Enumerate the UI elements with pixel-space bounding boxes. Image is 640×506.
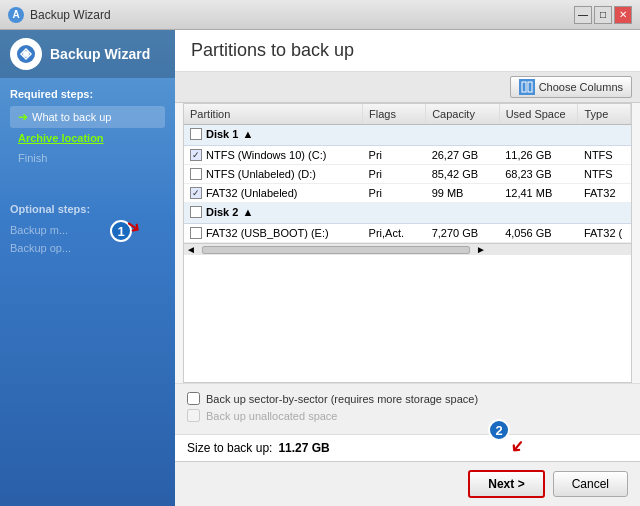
- partition-type-1: NTFS: [578, 165, 631, 184]
- d2partition-type-0: FAT32 (: [578, 224, 631, 243]
- partition-capacity-1: 85,42 GB: [426, 165, 500, 184]
- unallocated-label: Back up unallocated space: [206, 410, 337, 422]
- cancel-button[interactable]: Cancel: [553, 471, 628, 497]
- bottom-bar: Next > Cancel: [175, 461, 640, 506]
- partition-type-2: FAT32: [578, 184, 631, 203]
- d2partition-name-0: FAT32 (USB_BOOT) (E:): [206, 227, 329, 239]
- columns-icon: [519, 79, 535, 95]
- col-flags: Flags: [363, 104, 426, 125]
- disk2-label: Disk 2: [206, 206, 238, 218]
- sidebar-item-label: What to back up: [32, 111, 112, 123]
- sector-by-sector-checkbox[interactable]: [187, 392, 200, 405]
- window-title: Backup Wizard: [30, 8, 111, 22]
- partition-capacity-0: 26,27 GB: [426, 146, 500, 165]
- table-row: FAT32 (USB_BOOT) (E:) Pri,Act. 7,270 GB …: [184, 224, 631, 243]
- partition-flags-2: Pri: [363, 184, 426, 203]
- required-steps-label: Required steps:: [10, 88, 165, 100]
- col-partition: Partition: [184, 104, 363, 125]
- next-button[interactable]: Next >: [468, 470, 544, 498]
- content-area: Partitions to back up Choose Columns Par…: [175, 30, 640, 506]
- partition-flags-0: Pri: [363, 146, 426, 165]
- col-capacity: Capacity: [426, 104, 500, 125]
- d2partition-flags-0: Pri,Act.: [363, 224, 426, 243]
- partition-type-0: NTFS: [578, 146, 631, 165]
- arrow-icon: ➔: [18, 110, 28, 124]
- table-row: NTFS (Unlabeled) (D:) Pri 85,42 GB 68,23…: [184, 165, 631, 184]
- partition-used-2: 12,41 MB: [499, 184, 578, 203]
- sidebar-item-what-to-back-up[interactable]: ➔ What to back up: [10, 106, 165, 128]
- status-bar: Size to back up: 11.27 GB: [175, 434, 640, 461]
- partition-capacity-2: 99 MB: [426, 184, 500, 203]
- app-title: Backup Wizard: [50, 46, 150, 62]
- content-header: Partitions to back up: [175, 30, 640, 72]
- partition-used-1: 68,23 GB: [499, 165, 578, 184]
- table-row: ✓ FAT32 (Unlabeled) Pri 99 MB 12,41 MB F…: [184, 184, 631, 203]
- toolbar: Choose Columns: [175, 72, 640, 103]
- d2partition-capacity-0: 7,270 GB: [426, 224, 500, 243]
- close-button[interactable]: ✕: [614, 6, 632, 24]
- partition-cb-2[interactable]: ✓: [190, 187, 202, 199]
- badge-2: 2: [488, 419, 510, 441]
- unallocated-option: Back up unallocated space: [187, 409, 628, 422]
- d2partition-cb-0[interactable]: [190, 227, 202, 239]
- disk1-checkbox[interactable]: [190, 128, 202, 140]
- partition-cb-0[interactable]: ✓: [190, 149, 202, 161]
- options-area: Back up sector-by-sector (requires more …: [175, 383, 640, 434]
- choose-columns-label: Choose Columns: [539, 81, 623, 93]
- svg-point-1: [23, 51, 29, 57]
- title-bar: A Backup Wizard — □ ✕: [0, 0, 640, 30]
- table-row: ✓ NTFS (Windows 10) (C:) Pri 26,27 GB 11…: [184, 146, 631, 165]
- partition-name-2: FAT32 (Unlabeled): [206, 187, 298, 199]
- partition-used-0: 11,26 GB: [499, 146, 578, 165]
- partitions-table: Partition Flags Capacity Used Space Type: [184, 104, 631, 243]
- svg-rect-3: [528, 82, 532, 92]
- sidebar: Backup Wizard Required steps: ➔ What to …: [0, 30, 175, 506]
- partition-name-1: NTFS (Unlabeled) (D:): [206, 168, 316, 180]
- partition-cb-1[interactable]: [190, 168, 202, 180]
- minimize-button[interactable]: —: [574, 6, 592, 24]
- partitions-table-wrapper[interactable]: Partition Flags Capacity Used Space Type: [183, 103, 632, 383]
- sector-by-sector-option: Back up sector-by-sector (requires more …: [187, 392, 628, 405]
- disk-1-row: Disk 1 ▲: [184, 125, 631, 146]
- sidebar-header: Backup Wizard: [0, 30, 175, 78]
- disk2-checkbox[interactable]: [190, 206, 202, 218]
- sidebar-optional-item-2[interactable]: Backup op...: [10, 239, 165, 257]
- choose-columns-button[interactable]: Choose Columns: [510, 76, 632, 98]
- unallocated-checkbox[interactable]: [187, 409, 200, 422]
- page-title: Partitions to back up: [191, 40, 624, 61]
- partition-name-0: NTFS (Windows 10) (C:): [206, 149, 326, 161]
- disk1-label: Disk 1: [206, 128, 238, 140]
- app-icon: A: [8, 7, 24, 23]
- sidebar-item-label: Archive location: [18, 132, 104, 144]
- size-value: 11.27 GB: [278, 441, 329, 455]
- sidebar-item-label: Finish: [18, 152, 47, 164]
- d2partition-used-0: 4,056 GB: [499, 224, 578, 243]
- sidebar-item-finish[interactable]: Finish: [10, 148, 165, 168]
- sidebar-item-archive-location[interactable]: Archive location: [10, 128, 165, 148]
- size-label: Size to back up:: [187, 441, 272, 455]
- maximize-button[interactable]: □: [594, 6, 612, 24]
- partition-flags-1: Pri: [363, 165, 426, 184]
- disk-2-row: Disk 2 ▲: [184, 203, 631, 224]
- col-used-space: Used Space: [499, 104, 578, 125]
- sidebar-logo: [10, 38, 42, 70]
- horizontal-scrollbar[interactable]: ◄ ►: [184, 243, 631, 255]
- col-type: Type: [578, 104, 631, 125]
- sector-by-sector-label: Back up sector-by-sector (requires more …: [206, 393, 478, 405]
- svg-rect-2: [522, 82, 526, 92]
- optional-steps-label: Optional steps:: [10, 203, 165, 215]
